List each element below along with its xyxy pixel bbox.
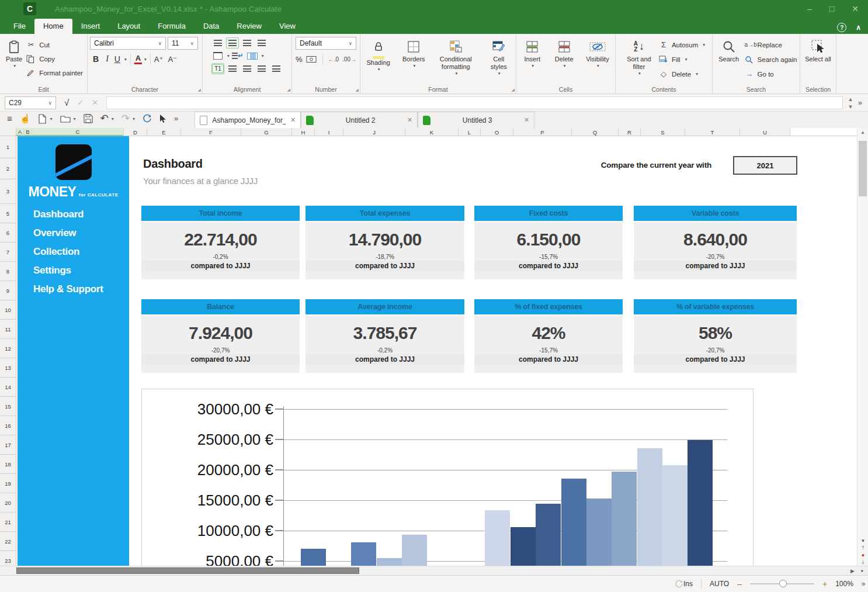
dialog-launcher-icon[interactable]: ◢ [356, 88, 359, 92]
row-header-3[interactable]: 3 [0, 179, 16, 204]
menu-data[interactable]: Data [195, 19, 228, 34]
horizontal-scrollbar-thumb[interactable] [16, 567, 359, 574]
chevron-down-icon[interactable]: ▾ [74, 116, 76, 122]
formula-input[interactable] [106, 96, 843, 109]
cell-border-button[interactable] [211, 50, 224, 61]
replace-button[interactable]: a→bReplace [745, 39, 797, 51]
row-header-19[interactable]: 19 [0, 474, 16, 493]
row-header-21[interactable]: 21 [0, 513, 16, 532]
row-header-22[interactable]: 22 [0, 532, 16, 551]
sheet-tab[interactable]: Untitled 3✕ [418, 112, 534, 128]
menu-toggle-icon[interactable]: ≡ [7, 114, 12, 123]
orientation-button[interactable]: T1 [211, 63, 224, 74]
column-header-S[interactable]: S [641, 128, 685, 136]
function-wizard-icon[interactable]: √ [64, 98, 69, 108]
row-header-15[interactable]: 15 [0, 397, 16, 416]
vertical-scrollbar[interactable]: ▲ ▼ ⤒ ● ⤓ [857, 128, 868, 575]
column-header-T[interactable]: T [685, 128, 740, 136]
copy-button[interactable]: Copy [26, 53, 83, 65]
goto-button[interactable]: →Go to [745, 68, 797, 80]
column-header-R[interactable]: R [619, 128, 641, 136]
borders-button[interactable]: Borders▾ [399, 37, 428, 84]
column-header-O[interactable]: O [481, 128, 513, 136]
row-header-20[interactable]: 20 [0, 493, 16, 513]
row-header-7[interactable]: 7 [0, 243, 16, 262]
column-header-P[interactable]: P [513, 128, 572, 136]
row-header-9[interactable]: 9 [0, 281, 16, 300]
zoom-level[interactable]: 100% [835, 580, 853, 588]
search-again-button[interactable]: Search again [745, 53, 797, 65]
column-header-K[interactable]: K [405, 128, 459, 136]
close-tab-icon[interactable]: ✕ [407, 116, 412, 124]
number-format-select[interactable]: Default∨ [296, 37, 356, 50]
row-header-10[interactable]: 10 [0, 300, 16, 320]
expand-formula-bar-icon[interactable]: ▴▾ [849, 95, 852, 110]
delete-cells-button[interactable]: Delete▾ [550, 37, 578, 84]
sidebar-item-help-support[interactable]: Help & Support [18, 280, 129, 299]
chevron-down-icon[interactable]: ▾ [227, 53, 230, 58]
cell-styles-button[interactable]: Cell styles▾ [483, 37, 514, 84]
undo-icon[interactable]: ↶ [100, 114, 109, 123]
row-header-6[interactable]: 6 [0, 223, 16, 243]
format-painter-button[interactable]: Format painter [26, 67, 83, 79]
row-header-14[interactable]: 14 [0, 378, 16, 397]
paste-button[interactable]: Paste▾ [4, 37, 24, 84]
menu-view[interactable]: View [270, 19, 304, 34]
column-header-B[interactable]: B [24, 128, 32, 136]
zoom-slider[interactable] [750, 583, 814, 584]
cell-reference-box[interactable]: C29∨ [5, 96, 56, 109]
search-button[interactable]: Search [716, 37, 742, 84]
insert-mode-indicator[interactable]: Ins [683, 580, 693, 588]
shrink-font-button[interactable]: A⁻ [168, 55, 177, 64]
vertical-scrollbar-thumb[interactable] [859, 141, 867, 196]
overflow-icon[interactable]: » [174, 114, 178, 123]
menu-formula[interactable]: Formula [149, 19, 195, 34]
column-header-H[interactable]: H [292, 128, 315, 136]
align-center-button[interactable] [241, 63, 254, 74]
font-color-button[interactable]: A [134, 54, 142, 64]
bold-button[interactable]: B [90, 54, 102, 64]
row-header-1[interactable]: 1 [0, 136, 16, 158]
select-all-button[interactable]: Select all [803, 37, 834, 84]
refresh-icon[interactable] [143, 114, 152, 123]
sheet-tab[interactable]: Untitled 2✕ [301, 112, 418, 128]
delete-contents-button[interactable]: ◇Delete▾ [659, 68, 705, 80]
dialog-launcher-icon[interactable]: ◢ [198, 88, 201, 92]
maximize-button[interactable]: □ [829, 0, 834, 18]
save-icon[interactable] [84, 114, 93, 123]
zoom-in-icon[interactable]: + [822, 579, 827, 588]
redo-icon[interactable]: ↷ [121, 114, 130, 123]
shading-button[interactable]: Shading▾ [362, 37, 394, 84]
dialog-launcher-icon[interactable]: ◢ [287, 88, 290, 92]
column-header-F[interactable]: F [181, 128, 241, 136]
zoom-out-icon[interactable]: – [737, 579, 742, 588]
wrap-text-button[interactable]: ↵ [231, 50, 244, 61]
sort-filter-button[interactable]: AZ ↓ Sort and filter▾ [623, 37, 655, 84]
sheet-tab[interactable]: Ashampoo_Money_for_E...✕ [195, 112, 301, 128]
cancel-icon[interactable]: ✕ [92, 98, 98, 107]
minimize-button[interactable]: – [807, 0, 812, 18]
sidebar-item-overview[interactable]: Overview [18, 224, 129, 243]
row-header-13[interactable]: 13 [0, 358, 16, 378]
touch-mode-icon[interactable]: ☝ [20, 114, 31, 123]
sidebar-item-dashboard[interactable]: Dashboard [18, 205, 129, 224]
jump-bottom-icon[interactable]: ⤓ [857, 559, 868, 566]
menu-file[interactable]: File [5, 19, 34, 34]
align-justify-button[interactable] [270, 63, 283, 74]
underline-button[interactable]: U [113, 54, 122, 64]
row-header-11[interactable]: 11 [0, 320, 16, 339]
scroll-up-icon[interactable]: ▲ [857, 128, 868, 137]
chevron-down-icon[interactable]: ▾ [133, 116, 135, 122]
chevron-down-icon[interactable]: ▾ [262, 53, 264, 58]
remove-decimal-button[interactable]: .00→ [342, 56, 356, 63]
chevron-down-icon[interactable]: ▾ [144, 57, 147, 62]
align-left-button[interactable] [226, 63, 239, 74]
sheet-canvas[interactable]: MONEY for CALCULATE DashboardOverviewCol… [16, 136, 857, 566]
record-changes-icon[interactable]: ● [857, 552, 868, 559]
align-middle-button[interactable] [226, 37, 239, 49]
chevron-down-icon[interactable]: ▾ [112, 116, 114, 122]
row-header-17[interactable]: 17 [0, 435, 16, 455]
row-header-12[interactable]: 12 [0, 339, 16, 358]
autosum-button[interactable]: ΣAutosum▾ [659, 39, 705, 51]
collapse-ribbon-icon[interactable]: ∧ [856, 23, 861, 32]
